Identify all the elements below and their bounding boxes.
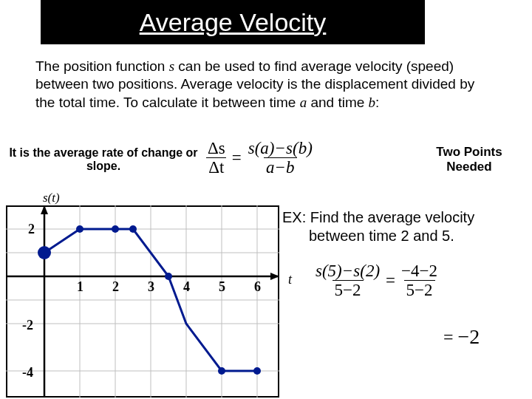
tick-y-m2: -2 xyxy=(22,318,33,333)
graph-plot xyxy=(6,205,279,398)
svg-point-18 xyxy=(129,225,137,233)
frac-sab: s(a)−s(b) a−b xyxy=(246,139,315,177)
formula-num: s(a)−s(b) xyxy=(246,139,315,157)
tick-y-2: 2 xyxy=(28,222,35,237)
ex-den2: 5−2 xyxy=(404,280,435,299)
desc-part1: The position function xyxy=(35,58,169,74)
svg-point-16 xyxy=(76,225,83,233)
tick-x-5: 5 xyxy=(219,279,225,295)
ex-den1: 5−2 xyxy=(332,280,364,299)
desc-b: b xyxy=(369,95,376,110)
svg-marker-13 xyxy=(270,273,279,280)
ex-frac-1: s(5)−s(2) 5−2 xyxy=(313,262,382,300)
desc-a: a xyxy=(300,95,307,110)
svg-point-17 xyxy=(112,225,119,233)
frac-ds-dt: Δs Δt xyxy=(205,139,228,177)
tick-x-2: 2 xyxy=(112,279,119,295)
left-note: It is the average rate of change or slop… xyxy=(7,146,200,173)
ex-val: −2 xyxy=(458,325,480,349)
svg-point-15 xyxy=(38,246,51,259)
formula-den: a−b xyxy=(264,157,297,177)
tick-x-3: 3 xyxy=(148,279,154,295)
svg-point-21 xyxy=(253,367,261,375)
example-text: EX: Find the average velocity between ti… xyxy=(282,208,522,245)
y-axis-label: s(t) xyxy=(43,191,60,205)
ex-frac-2: −4−2 5−2 xyxy=(399,262,440,300)
ex-eq2: = xyxy=(443,327,454,347)
tick-y-m4: -4 xyxy=(22,365,33,381)
delta-t: Δt xyxy=(206,157,226,177)
desc-part3: and time xyxy=(307,95,368,110)
tick-x-6: 6 xyxy=(254,279,261,295)
title-box: Average Velocity xyxy=(41,0,425,44)
example-line1: EX: Find the average velocity xyxy=(282,209,474,225)
example-formula-2: = −2 xyxy=(443,325,480,349)
description-paragraph: The position function s can be used to f… xyxy=(35,58,486,112)
example-line2: between time 2 and 5. xyxy=(282,227,522,245)
delta-s: Δs xyxy=(205,139,228,157)
right-note: Two Points Needed xyxy=(429,145,510,174)
ex-eq1: = xyxy=(386,271,395,290)
example-formula-1: s(5)−s(2) 5−2 = −4−2 5−2 xyxy=(313,262,440,300)
tick-x-4: 4 xyxy=(183,279,190,295)
ex-num2: −4−2 xyxy=(399,262,440,280)
svg-marker-14 xyxy=(41,205,48,214)
equals-1: = xyxy=(232,149,242,168)
svg-point-20 xyxy=(218,367,225,375)
x-axis-label: t xyxy=(288,272,292,287)
main-formula: Δs Δt = s(a)−s(b) a−b xyxy=(205,139,315,177)
page-title: Average Velocity xyxy=(140,8,327,37)
desc-part4: : xyxy=(375,95,379,110)
tick-x-1: 1 xyxy=(77,279,83,295)
svg-point-19 xyxy=(165,273,172,280)
desc-s: s xyxy=(169,58,174,74)
ex-num1: s(5)−s(2) xyxy=(313,262,382,280)
